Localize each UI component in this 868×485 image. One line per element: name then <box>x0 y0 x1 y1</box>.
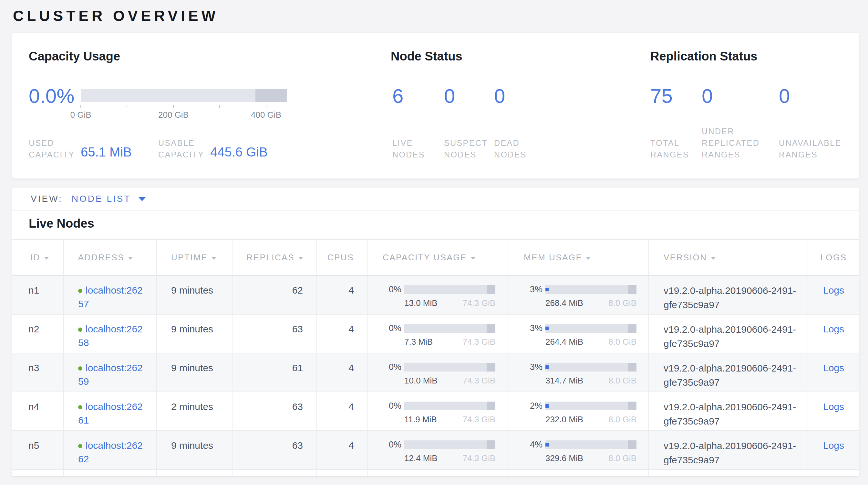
live-nodes-title: Live Nodes <box>29 217 94 231</box>
cluster-overview-page: CLUSTER OVERVIEW Capacity Usage 0.0% 0 G… <box>0 0 868 485</box>
node-version-cell: v19.2.0-alpha.20190606-2491-gfe735c9a97 <box>649 353 808 392</box>
node-version-cell: v19.2.0-alpha.20190606-2491-gfe735c9a97 <box>649 392 808 431</box>
node-address-cell: localhost:26262 <box>64 431 157 470</box>
used-capacity-value: 65.1 MiB <box>81 145 132 160</box>
logs-link[interactable]: Logs <box>823 324 844 334</box>
node-address-link[interactable]: localhost:26259 <box>78 363 143 387</box>
table-header-row: ID ADDRESS UPTIME REPLICAS CPUS CAPACITY… <box>12 239 859 276</box>
logs-link[interactable]: Logs <box>823 401 844 412</box>
node-mem-cell: 3% 314.7 MiB8.0 GiB <box>509 353 649 392</box>
node-version-cell: v19.2.0-alpha.20190606-2491-gfe735c9a97 <box>649 276 808 315</box>
node-cpus-cell <box>317 470 368 476</box>
node-logs-cell: Logs <box>808 315 859 353</box>
live-nodes-table: ID ADDRESS UPTIME REPLICAS CPUS CAPACITY… <box>12 239 859 476</box>
logs-link[interactable]: Logs <box>823 440 844 451</box>
node-id-cell: n2 <box>12 315 64 353</box>
suspect-nodes-count: 0 <box>444 86 455 106</box>
node-id-cell: n1 <box>12 276 64 315</box>
logs-link[interactable]: Logs <box>823 363 844 373</box>
node-logs-cell: Logs <box>808 276 859 315</box>
logs-link[interactable]: Logs <box>823 285 844 295</box>
mem-bar <box>546 285 637 294</box>
col-header-capacity-usage[interactable]: CAPACITY USAGE <box>368 239 509 276</box>
node-status-title: Node Status <box>391 50 462 63</box>
node-capacity-cell: 0% 10.0 MiB74.3 GiB <box>368 353 509 392</box>
axis-tick <box>127 105 127 108</box>
view-selector[interactable]: NODE LIST <box>72 194 131 204</box>
node-uptime-cell: 9 minutes <box>157 353 232 392</box>
suspect-nodes-label: SUSPECT NODES <box>444 137 489 160</box>
axis-tick <box>173 105 174 108</box>
unavailable-count: 0 <box>779 86 790 106</box>
live-status-icon <box>78 289 82 293</box>
usable-capacity-value: 445.6 GiB <box>210 145 268 160</box>
total-ranges-label: TOTAL RANGES <box>650 137 699 160</box>
table-row: n2 localhost:26258 9 minutes 63 4 0% 7.3… <box>12 315 859 353</box>
node-replicas-cell: 63 <box>232 315 317 353</box>
table-row: n1 localhost:26257 9 minutes 62 4 0% 13.… <box>12 276 859 315</box>
col-header-cpus[interactable]: CPUS <box>317 239 368 276</box>
live-status-icon <box>78 327 82 332</box>
node-capacity-cell: 0% 7.3 MiB74.3 GiB <box>368 315 509 353</box>
under-replicated-count: 0 <box>702 86 713 106</box>
col-header-id[interactable]: ID <box>12 239 64 276</box>
node-mem-cell: 2% 232.0 MiB8.0 GiB <box>509 392 649 431</box>
node-capacity-cell: 0% 13.0 MiB74.3 GiB <box>368 276 509 315</box>
unavailable-label: UNAVAILABLE RANGES <box>779 137 847 160</box>
col-header-address[interactable]: ADDRESS <box>64 239 157 276</box>
node-replicas-cell: 62 <box>232 276 317 315</box>
node-version-cell: v19.2.0-alpha.20190606-2491-gfe735c9a97 <box>649 315 808 353</box>
node-mem-cell: 4% 329.6 MiB8.0 GiB <box>509 431 649 470</box>
node-capacity-cell: 0% 11.9 MiB74.3 GiB <box>368 392 509 431</box>
node-address-cell: localhost:26257 <box>64 276 157 315</box>
node-uptime-cell: 9 minutes <box>157 276 232 315</box>
node-cpus-cell: 4 <box>317 315 368 353</box>
node-logs-cell: Logs <box>808 353 859 392</box>
table-row: n5 localhost:26262 9 minutes 63 4 0% 12.… <box>12 431 859 470</box>
dead-nodes-count: 0 <box>494 86 505 106</box>
node-address-link[interactable]: localhost:26262 <box>78 440 143 464</box>
capacity-bar <box>404 363 495 372</box>
node-uptime-cell: 9 minutes <box>157 315 232 353</box>
view-label: VIEW: <box>31 194 63 204</box>
col-header-uptime[interactable]: UPTIME <box>157 239 232 276</box>
live-nodes-label: LIVE NODES <box>392 137 438 160</box>
node-replicas-cell <box>232 470 317 476</box>
axis-tick-label: 400 GiB <box>251 110 281 120</box>
axis-tick-label: 200 GiB <box>158 110 189 120</box>
mem-bar <box>546 324 637 333</box>
chevron-down-icon[interactable] <box>138 197 146 201</box>
col-header-replicas[interactable]: REPLICAS <box>232 239 317 276</box>
under-replicated-label: UNDER-REPLICATED RANGES <box>702 125 762 160</box>
sort-icon <box>299 257 303 260</box>
node-address-cell: localhost:26261 <box>64 392 157 431</box>
live-status-icon <box>78 405 82 409</box>
node-id-cell: n4 <box>12 392 64 431</box>
page-title: CLUSTER OVERVIEW <box>13 7 219 25</box>
node-capacity-cell <box>368 470 509 476</box>
node-logs-cell: Logs <box>808 392 859 431</box>
col-header-mem-usage[interactable]: MEM USAGE <box>509 239 649 276</box>
capacity-bar <box>404 285 495 294</box>
col-header-version[interactable]: VERSION <box>649 239 808 276</box>
capacity-usage-title: Capacity Usage <box>29 50 120 63</box>
mem-bar <box>546 363 637 372</box>
node-id-cell <box>12 470 64 476</box>
node-logs-cell: Logs <box>808 431 859 470</box>
node-uptime-cell <box>157 470 232 476</box>
node-uptime-cell: 9 minutes <box>157 431 232 470</box>
node-replicas-cell: 63 <box>232 431 317 470</box>
capacity-usage-bar <box>81 89 287 102</box>
used-capacity-label: USED CAPACITY <box>29 137 84 160</box>
node-address-link[interactable]: localhost:26261 <box>78 401 143 426</box>
axis-tick <box>81 105 81 108</box>
node-address-link[interactable]: localhost:26257 <box>78 285 143 309</box>
sort-icon <box>44 257 49 260</box>
axis-tick <box>266 105 267 108</box>
node-version-cell <box>649 470 808 476</box>
total-ranges-count: 75 <box>650 86 673 106</box>
axis-tick <box>219 105 220 108</box>
node-address-link[interactable]: localhost:26258 <box>78 324 143 348</box>
capacity-bar-tail <box>255 89 287 102</box>
mem-bar <box>546 402 637 410</box>
